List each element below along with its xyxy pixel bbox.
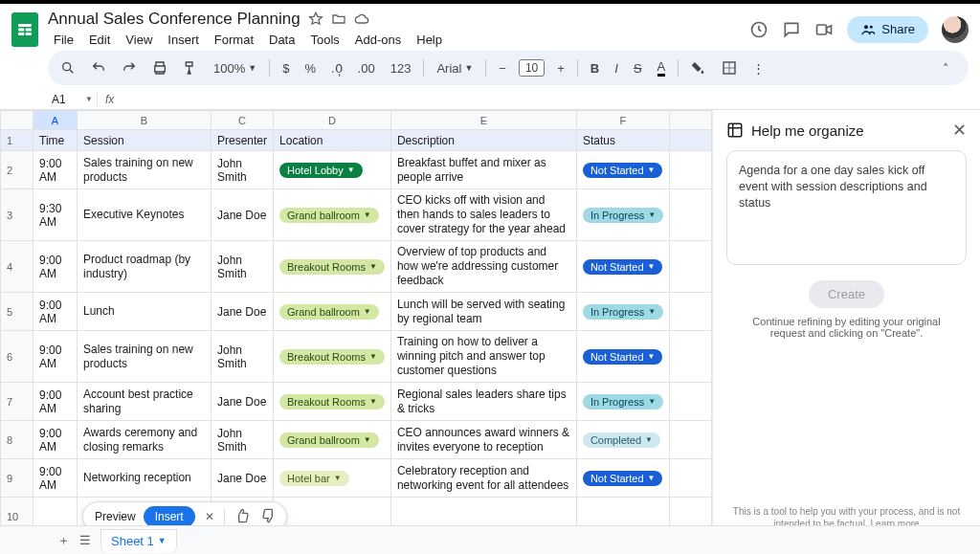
menu-help[interactable]: Help — [411, 31, 448, 49]
cell-time[interactable]: 9:00 AM — [33, 459, 78, 498]
add-sheet-icon[interactable]: ＋ — [57, 532, 70, 549]
cell-status[interactable]: Not Started ▼ — [576, 331, 669, 383]
share-button[interactable]: Share — [847, 16, 928, 43]
account-avatar[interactable] — [942, 16, 969, 43]
status-chip[interactable]: In Progress ▼ — [583, 394, 663, 410]
col-header-A[interactable]: A — [33, 111, 78, 130]
cell-session[interactable]: Account best practice sharing — [78, 383, 212, 421]
cell-presenter[interactable]: John Smith — [212, 331, 274, 383]
menu-addons[interactable]: Add-ons — [349, 31, 407, 49]
cell-session[interactable]: Sales training on new products — [78, 151, 212, 189]
undo-icon[interactable] — [88, 58, 109, 78]
name-box[interactable]: A1 ▼ — [48, 93, 98, 106]
spreadsheet-grid[interactable]: A B C D E F 1 Time Session Presenter Loc… — [0, 110, 712, 545]
hdr-status[interactable]: Status — [576, 130, 669, 151]
cell-location[interactable]: Breakout Rooms ▼ — [274, 241, 391, 293]
paint-format-icon[interactable] — [180, 58, 201, 78]
cell-location[interactable]: Breakout Rooms ▼ — [274, 331, 391, 383]
col-header-F[interactable]: F — [576, 111, 669, 130]
document-title[interactable]: Annual Sales Conference Planning — [48, 10, 301, 29]
cell-presenter[interactable]: Jane Doe — [212, 189, 274, 241]
search-menus-icon[interactable] — [57, 58, 78, 78]
row-number[interactable]: 5 — [1, 293, 33, 331]
col-header-C[interactable]: C — [212, 111, 274, 130]
cell-description[interactable]: Lunch will be served with seating by reg… — [390, 293, 576, 331]
row-number[interactable]: 9 — [1, 459, 33, 498]
cell-time[interactable]: 9:00 AM — [33, 331, 78, 383]
cell-description[interactable]: Training on how to deliver a winning pit… — [390, 331, 576, 383]
location-chip[interactable]: Breakout Rooms ▼ — [279, 349, 385, 365]
cell-presenter[interactable]: John Smith — [212, 421, 274, 459]
meet-icon[interactable] — [814, 20, 834, 39]
location-chip[interactable]: Breakout Rooms ▼ — [279, 394, 385, 410]
menu-insert[interactable]: Insert — [162, 31, 205, 49]
status-chip[interactable]: In Progress ▼ — [583, 208, 663, 223]
col-header-D[interactable]: D — [274, 111, 391, 130]
cell-description[interactable]: Breakfast buffet and mixer as people arr… — [390, 151, 576, 189]
history-icon[interactable] — [749, 20, 768, 39]
cell-time[interactable]: 9:00 AM — [33, 293, 78, 331]
borders-icon[interactable] — [719, 58, 740, 78]
zoom-select[interactable]: 100%▼ — [211, 59, 259, 78]
sheet-tab-1[interactable]: Sheet 1 ▼ — [100, 529, 177, 552]
status-chip[interactable]: Completed ▼ — [583, 432, 660, 448]
hdr-description[interactable]: Description — [390, 130, 576, 151]
cell-location[interactable]: Grand ballroom ▼ — [274, 189, 391, 241]
cell-session[interactable]: Lunch — [78, 293, 212, 331]
hdr-presenter[interactable]: Presenter — [212, 130, 274, 151]
close-panel-icon[interactable]: ✕ — [952, 120, 967, 141]
sheets-logo[interactable] — [11, 12, 38, 47]
cell-time[interactable]: 9:00 AM — [33, 383, 78, 421]
location-chip[interactable]: Grand ballroom ▼ — [279, 432, 379, 448]
table-row[interactable]: 89:00 AMAwards ceremony and closing rema… — [1, 421, 712, 459]
cell-location[interactable]: Hotel bar ▼ — [274, 459, 391, 498]
table-header-row[interactable]: 1 Time Session Presenter Location Descri… — [1, 130, 712, 151]
star-icon[interactable] — [308, 11, 323, 27]
menu-format[interactable]: Format — [209, 31, 259, 49]
hdr-location[interactable]: Location — [274, 130, 391, 151]
preview-button[interactable]: Preview — [95, 510, 136, 523]
row-number[interactable]: 4 — [1, 241, 33, 293]
cell-status[interactable]: In Progress ▼ — [576, 189, 669, 241]
font-select[interactable]: Arial▼ — [434, 59, 476, 78]
number-format-select[interactable]: 123 — [388, 59, 414, 78]
location-chip[interactable]: Hotel Lobby ▼ — [279, 163, 363, 178]
insert-button[interactable]: Insert — [144, 506, 195, 527]
location-chip[interactable]: Grand ballroom ▼ — [279, 208, 379, 223]
cell-time[interactable]: 9:00 AM — [33, 421, 78, 459]
menu-view[interactable]: View — [120, 31, 158, 49]
strikethrough-icon[interactable]: S — [631, 59, 645, 78]
cell-session[interactable]: Sales training on new products — [78, 331, 212, 383]
cell-presenter[interactable]: John Smith — [212, 241, 274, 293]
cell-session[interactable]: Networking reception — [78, 459, 212, 498]
col-header-B[interactable]: B — [78, 111, 212, 130]
status-chip[interactable]: In Progress ▼ — [583, 304, 663, 320]
cell-status[interactable]: Not Started ▼ — [576, 151, 669, 189]
cell-location[interactable]: Grand ballroom ▼ — [274, 293, 391, 331]
menu-tools[interactable]: Tools — [304, 31, 345, 49]
create-button[interactable]: Create — [809, 280, 884, 308]
cell-location[interactable]: Grand ballroom ▼ — [274, 421, 391, 459]
menu-file[interactable]: File — [48, 31, 79, 49]
cell-presenter[interactable]: John Smith — [212, 151, 274, 189]
comment-icon[interactable] — [782, 20, 801, 39]
cell-session[interactable]: Executive Keynotes — [78, 189, 212, 241]
currency-icon[interactable]: $ — [279, 59, 292, 78]
close-suggestion-icon[interactable]: ✕ — [203, 510, 216, 523]
status-chip[interactable]: Not Started ▼ — [583, 471, 663, 486]
cell-status[interactable]: In Progress ▼ — [576, 383, 669, 421]
cell-presenter[interactable]: Jane Doe — [212, 459, 274, 498]
thumbs-up-icon[interactable] — [233, 508, 252, 526]
table-row[interactable]: 59:00 AMLunchJane DoeGrand ballroom ▼Lun… — [1, 293, 712, 331]
row-number[interactable]: 7 — [1, 383, 33, 421]
cell-description[interactable]: CEO announces award winners & invites ev… — [390, 421, 576, 459]
increase-decimal-icon[interactable]: .00 — [355, 59, 378, 78]
cell-session[interactable]: Product roadmap (by industry) — [78, 241, 212, 293]
table-row[interactable]: 29:00 AMSales training on new productsJo… — [1, 151, 712, 189]
prompt-textarea[interactable]: Agenda for a one day sales kick off even… — [726, 150, 967, 265]
font-size-input[interactable]: 10 — [519, 59, 545, 77]
table-row[interactable]: 99:00 AMNetworking receptionJane DoeHote… — [1, 459, 712, 498]
row-number[interactable]: 6 — [1, 331, 33, 383]
cell-status[interactable]: Not Started ▼ — [576, 459, 669, 498]
font-size-decrease[interactable]: − — [496, 59, 509, 78]
